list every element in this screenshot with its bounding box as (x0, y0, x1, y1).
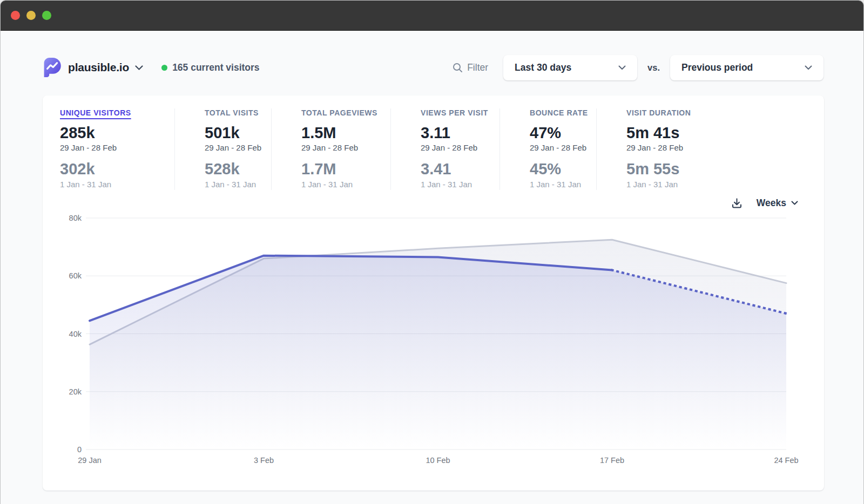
stat-label[interactable]: VISIT DURATION (626, 108, 720, 117)
live-dot-icon (161, 65, 167, 71)
stat-value: 47% (530, 124, 596, 142)
traffic-lights (11, 11, 51, 20)
titlebar (1, 1, 863, 31)
current-visitors[interactable]: 165 current visitors (161, 62, 259, 73)
chart-controls: Weeks (60, 194, 824, 212)
stat-prev-period: 1 Jan - 31 Jan (530, 179, 596, 190)
search-icon (453, 63, 463, 73)
stat-prev-value: 302k (60, 160, 174, 178)
stat-prev-value: 1.7M (301, 160, 390, 178)
plausible-logo-icon (43, 58, 61, 77)
chevron-down-icon (618, 65, 626, 70)
stat-period: 29 Jan - 28 Feb (530, 142, 596, 153)
filter-button[interactable]: Filter (453, 62, 488, 73)
date-range-value: Last 30 days (515, 62, 571, 73)
app-window: plausible.io 165 current visitors Filter (0, 0, 864, 504)
stat-value: 501k (205, 124, 271, 142)
stats-row: UNIQUE VISITORS 285k 29 Jan - 28 Feb 302… (60, 108, 824, 190)
stat-prev-period: 1 Jan - 31 Jan (421, 179, 500, 190)
stat-label[interactable]: TOTAL PAGEVIEWS (301, 108, 390, 117)
site-name[interactable]: plausible.io (68, 61, 129, 74)
stat-visit-duration[interactable]: VISIT DURATION 5m 41s 29 Jan - 28 Feb 5m… (596, 108, 720, 190)
export-button[interactable] (731, 197, 742, 209)
y-tick-label: 20k (69, 387, 82, 396)
stat-label[interactable]: BOUNCE RATE (530, 108, 596, 117)
stat-prev-value: 45% (530, 160, 596, 178)
interval-value: Weeks (757, 197, 786, 209)
minimize-button[interactable] (26, 11, 36, 20)
stat-prev-period: 1 Jan - 31 Jan (301, 179, 390, 190)
stat-unique-visitors[interactable]: UNIQUE VISITORS 285k 29 Jan - 28 Feb 302… (60, 108, 174, 190)
stat-label[interactable]: TOTAL VISITS (205, 108, 271, 117)
y-tick-label: 0 (77, 445, 82, 454)
header-right: Filter Last 30 days vs. Previous period (453, 55, 824, 80)
header-left: plausible.io 165 current visitors (43, 58, 260, 77)
filter-label: Filter (467, 62, 488, 73)
y-tick-label: 80k (69, 214, 82, 222)
download-icon (731, 197, 742, 209)
stat-period: 29 Jan - 28 Feb (60, 142, 174, 153)
x-tick-label: 10 Feb (426, 456, 450, 465)
stat-prev-period: 1 Jan - 31 Jan (60, 179, 174, 190)
stat-period: 29 Jan - 28 Feb (301, 142, 390, 153)
date-range-select[interactable]: Last 30 days (503, 55, 637, 80)
stat-prev-period: 1 Jan - 31 Jan (205, 179, 271, 190)
stat-value: 3.11 (421, 124, 500, 142)
site-switcher[interactable] (135, 65, 143, 70)
stat-value: 1.5M (301, 124, 390, 142)
stat-value: 5m 41s (626, 124, 720, 142)
stat-prev-value: 5m 55s (626, 160, 720, 178)
stat-views-per-visit[interactable]: VIEWS PER VISIT 3.11 29 Jan - 28 Feb 3.4… (390, 108, 500, 190)
x-tick-label: 3 Feb (254, 456, 274, 465)
chart-area: 020k40k60k80k29 Jan3 Feb10 Feb17 Feb24 F… (60, 213, 824, 491)
y-tick-label: 60k (69, 271, 82, 280)
y-tick-label: 40k (69, 330, 82, 338)
stat-label[interactable]: VIEWS PER VISIT (421, 108, 500, 117)
x-tick-label: 17 Feb (600, 456, 624, 465)
stat-period: 29 Jan - 28 Feb (626, 142, 720, 153)
stat-value: 285k (60, 124, 174, 142)
chevron-down-icon (791, 201, 798, 205)
interval-select[interactable]: Weeks (757, 197, 798, 209)
stat-total-visits[interactable]: TOTAL VISITS 501k 29 Jan - 28 Feb 528k 1… (174, 108, 271, 190)
stat-total-pageviews[interactable]: TOTAL PAGEVIEWS 1.5M 29 Jan - 28 Feb 1.7… (271, 108, 390, 190)
comparison-value: Previous period (681, 62, 753, 73)
current-visitors-label: 165 current visitors (172, 62, 259, 73)
chevron-down-icon (805, 65, 812, 70)
zoom-button[interactable] (42, 11, 51, 20)
comparison-select[interactable]: Previous period (670, 55, 824, 80)
dashboard-header: plausible.io 165 current visitors Filter (43, 55, 824, 80)
analytics-card: UNIQUE VISITORS 285k 29 Jan - 28 Feb 302… (43, 96, 824, 491)
stat-prev-value: 3.41 (421, 160, 500, 178)
x-tick-label: 24 Feb (774, 456, 798, 465)
x-tick-label: 29 Jan (78, 456, 102, 465)
vs-label: vs. (647, 63, 660, 73)
stat-period: 29 Jan - 28 Feb (205, 142, 271, 153)
stat-bounce-rate[interactable]: BOUNCE RATE 47% 29 Jan - 28 Feb 45% 1 Ja… (500, 108, 596, 190)
stat-label[interactable]: UNIQUE VISITORS (60, 108, 174, 117)
visitors-chart[interactable]: 020k40k60k80k29 Jan3 Feb10 Feb17 Feb24 F… (60, 213, 824, 467)
chevron-down-icon (135, 65, 143, 70)
stat-period: 29 Jan - 28 Feb (421, 142, 500, 153)
stat-prev-period: 1 Jan - 31 Jan (626, 179, 720, 190)
close-button[interactable] (11, 11, 20, 20)
stat-prev-value: 528k (205, 160, 271, 178)
